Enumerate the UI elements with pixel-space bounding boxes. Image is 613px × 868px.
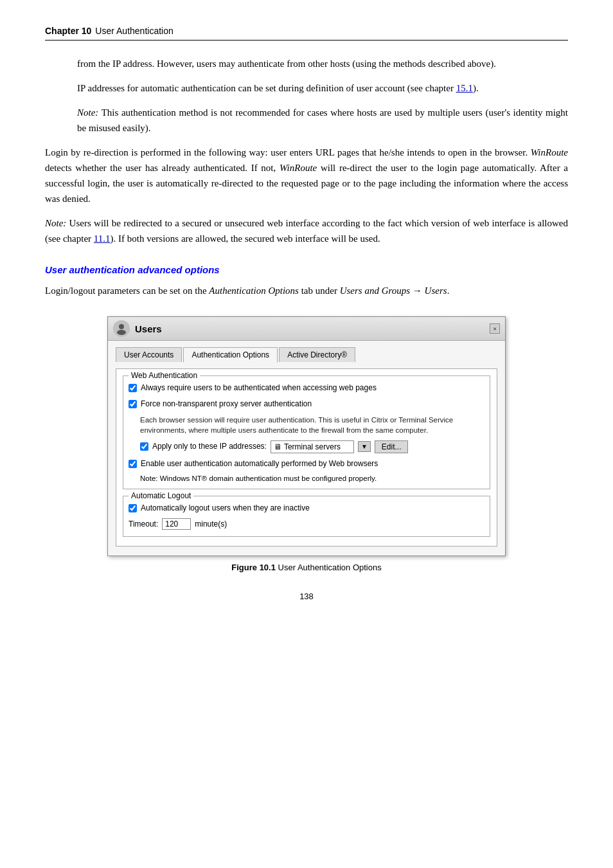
force-non-transparent-checkbox[interactable]	[129, 400, 137, 408]
timeout-input[interactable]: 120	[162, 518, 191, 530]
force-non-transparent-label: Force non-transparent proxy server authe…	[141, 399, 312, 410]
chapter-title: User Authentication	[95, 26, 173, 36]
tab-authentication-options[interactable]: Authentication Options	[183, 347, 278, 363]
winroute-italic-1: WinRoute	[531, 147, 568, 158]
terminal-servers-icon: 🖥	[274, 442, 281, 451]
dialog-window: Users × User Accounts Authentication Opt…	[107, 316, 506, 556]
web-auth-group: Web Authentication Always require users …	[123, 375, 490, 489]
page: Chapter 10 User Authentication from the …	[0, 0, 613, 868]
link-15-1[interactable]: 15.1	[456, 83, 473, 93]
chapter-header: Chapter 10 User Authentication	[45, 26, 568, 41]
description-text: Each browser session will require user a…	[140, 415, 484, 435]
users-icon	[113, 320, 130, 337]
figure-caption-bold: Figure 10.1	[231, 563, 276, 572]
svg-point-0	[119, 324, 124, 329]
section-heading: User authentication advanced options	[45, 264, 568, 275]
timeout-unit: minute(s)	[195, 520, 227, 529]
edit-button[interactable]: Edit...	[375, 440, 409, 453]
figure-caption-text: User Authentication Options	[276, 563, 382, 572]
nt-note: Note: Windows NT® domain authentication …	[140, 475, 484, 482]
timeout-label: Timeout:	[129, 520, 158, 529]
auto-logout-checkbox[interactable]	[129, 504, 137, 512]
force-non-transparent-checkbox-row: Force non-transparent proxy server authe…	[129, 399, 484, 410]
always-require-label: Always require users to be authenticated…	[141, 383, 377, 393]
web-auth-content: Always require users to be authenticated…	[129, 383, 484, 482]
enable-auth-label: Enable user authentication automatically…	[141, 458, 378, 469]
figure-caption: Figure 10.1 User Authentication Options	[231, 563, 381, 572]
dialog-title: Users	[135, 323, 490, 334]
note-italic-prefix: Note:	[77, 107, 98, 118]
svg-point-1	[117, 330, 126, 335]
auto-logout-group: Automatic Logout Automatically logout us…	[123, 496, 490, 538]
always-require-checkbox-row: Always require users to be authenticated…	[129, 383, 484, 393]
tabs-row: User Accounts Authentication Options Act…	[116, 347, 497, 362]
tab-content: Web Authentication Always require users …	[116, 368, 497, 547]
link-11-1[interactable]: 11.1	[94, 233, 111, 244]
dialog-body: User Accounts Authentication Options Act…	[108, 341, 505, 556]
users-groups-italic: Users and Groups	[340, 285, 410, 296]
figure-container: Users × User Accounts Authentication Opt…	[45, 316, 568, 572]
tab-active-directory[interactable]: Active Directory®	[279, 347, 355, 362]
terminal-servers-text: Terminal servers	[284, 442, 341, 451]
auto-logout-checkbox-row: Automatically logout users when they are…	[129, 503, 484, 514]
winroute-italic-2: WinRoute	[280, 163, 317, 173]
paragraph-3: Note: This authentication method is not …	[77, 105, 568, 136]
always-require-checkbox[interactable]	[129, 384, 137, 392]
web-auth-legend: Web Authentication	[129, 371, 200, 380]
apply-ip-label: Apply only to these IP addresses:	[152, 441, 267, 452]
chapter-label: Chapter 10	[45, 26, 91, 36]
page-number: 138	[45, 592, 568, 601]
tab-user-accounts[interactable]: User Accounts	[116, 347, 182, 362]
note-italic-prefix-2: Note:	[45, 218, 66, 228]
auth-options-italic: Authentication Options	[209, 285, 299, 296]
auto-logout-content: Automatically logout users when they are…	[129, 503, 484, 530]
auto-logout-legend: Automatic Logout	[129, 491, 193, 500]
apply-ip-checkbox[interactable]	[140, 442, 148, 451]
paragraph-4: Login by re-direction is performed in th…	[45, 145, 568, 206]
enable-auth-checkbox[interactable]	[129, 460, 137, 468]
users-italic: Users	[425, 285, 447, 296]
paragraph-5: Note: Users will be redirected to a secu…	[45, 215, 568, 246]
enable-auth-checkbox-row: Enable user authentication automatically…	[129, 458, 484, 469]
intro-paragraph: Login/logout parameters can be set on th…	[45, 283, 568, 298]
dropdown-arrow[interactable]: ▼	[358, 441, 371, 452]
close-button[interactable]: ×	[490, 323, 500, 334]
auto-logout-label: Automatically logout users when they are…	[141, 503, 310, 514]
timeout-row: Timeout: 120 minute(s)	[129, 518, 484, 530]
dialog-titlebar: Users ×	[108, 317, 505, 341]
paragraph-2: IP addresses for automatic authenticatio…	[77, 80, 568, 96]
terminal-servers-dropdown[interactable]: 🖥 Terminal servers	[271, 440, 354, 453]
paragraph-1: from the IP address. However, users may …	[77, 56, 568, 71]
ip-row: Apply only to these IP addresses: 🖥 Term…	[140, 440, 484, 453]
